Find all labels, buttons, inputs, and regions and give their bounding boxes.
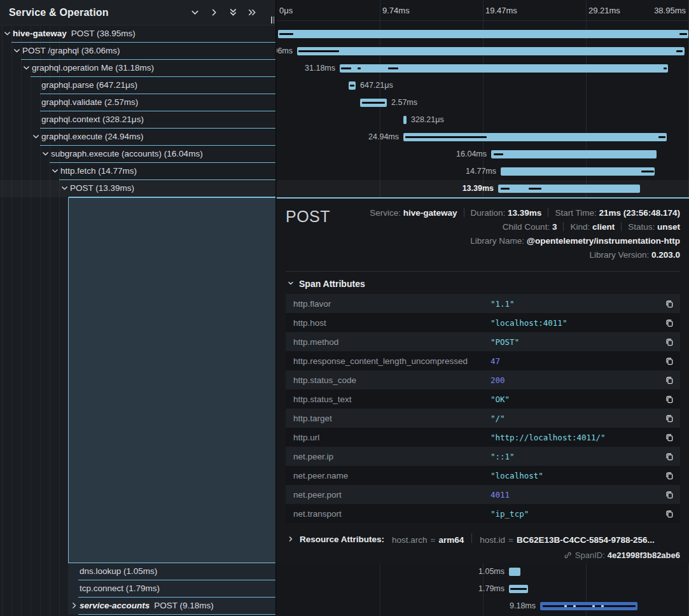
equals-sign: = bbox=[431, 535, 436, 545]
attribute-value: 200 bbox=[491, 375, 658, 385]
attribute-value: "ip_tcp" bbox=[491, 509, 658, 519]
chevron-down-icon[interactable] bbox=[3, 29, 12, 38]
chevron-right-icon[interactable] bbox=[70, 601, 79, 610]
attribute-key: http.status_code bbox=[293, 375, 491, 385]
span-bar[interactable] bbox=[501, 167, 655, 176]
span-label: graphql.context (328.21μs) bbox=[41, 111, 144, 128]
trace-viewer: Service & Operation hive-gatewayPOST (38… bbox=[0, 0, 689, 616]
span-bar-row[interactable]: 1.79ms bbox=[277, 580, 689, 598]
copy-button[interactable] bbox=[658, 489, 680, 500]
span-id-row: SpanID:4e21998f3b82abe6 bbox=[286, 550, 680, 560]
overview-field-value: hive-gateway bbox=[403, 208, 457, 218]
copy-button[interactable] bbox=[658, 508, 680, 519]
span-bar-row[interactable]: 36.06ms bbox=[277, 43, 689, 60]
span-bar[interactable] bbox=[509, 568, 520, 576]
span-row[interactable]: POST /graphql (36.06ms) bbox=[0, 43, 276, 60]
span-bar[interactable] bbox=[491, 150, 657, 158]
span-overview-line: Library Version: 0.203.0 bbox=[286, 248, 680, 262]
chevron-down-icon[interactable] bbox=[60, 184, 69, 193]
span-duration-label: 24.94ms bbox=[368, 129, 399, 146]
span-bar-row[interactable]: 647.21μs bbox=[277, 77, 689, 94]
attribute-row: http.url"http://localhost:4011/" bbox=[286, 428, 680, 447]
span-attributes-toggle[interactable]: Span Attributes bbox=[287, 279, 680, 289]
copy-button[interactable] bbox=[658, 470, 680, 480]
copy-button[interactable] bbox=[658, 318, 680, 328]
span-bar-row[interactable]: 16.04ms bbox=[277, 146, 689, 163]
attribute-value: "OK" bbox=[491, 395, 658, 404]
span-bar-row[interactable]: 328.21μs bbox=[277, 111, 689, 129]
span-row[interactable]: http.fetch (14.77ms) bbox=[0, 163, 276, 180]
double-chevron-down-icon[interactable] bbox=[228, 7, 239, 18]
double-chevron-right-icon[interactable] bbox=[247, 7, 258, 18]
copy-button[interactable] bbox=[658, 337, 680, 347]
copy-button[interactable] bbox=[658, 375, 680, 385]
span-bar-row[interactable]: 13.39ms bbox=[277, 180, 689, 197]
span-bar-row[interactable]: 24.94ms bbox=[277, 129, 689, 146]
panel-resize-grip[interactable] bbox=[271, 17, 274, 24]
span-row[interactable]: graphql.operation Me (31.18ms) bbox=[0, 60, 276, 77]
copy-button[interactable] bbox=[658, 298, 680, 309]
chevron-right-icon bbox=[287, 535, 295, 543]
span-row[interactable]: graphql.validate (2.57ms) bbox=[0, 94, 276, 111]
span-duration-label: 14.77ms bbox=[466, 163, 496, 180]
attribute-row: http.target"/" bbox=[286, 409, 680, 428]
span-overview-line: Library Name: @opentelemetry/instrumenta… bbox=[286, 234, 680, 248]
chevron-down-icon[interactable] bbox=[32, 132, 41, 141]
child-span-marker bbox=[564, 605, 567, 607]
span-row[interactable]: tcp.connect (1.79ms) bbox=[0, 580, 276, 598]
span-row[interactable]: service-accountsPOST (9.18ms) bbox=[0, 598, 276, 615]
attribute-value: "http://localhost:4011/" bbox=[491, 433, 658, 442]
span-row[interactable]: subgraph.execute (accounts) (16.04ms) bbox=[0, 146, 276, 163]
child-span-marker bbox=[279, 33, 293, 35]
span-id-value: 4e21998f3b82abe6 bbox=[608, 550, 680, 560]
span-detail-header: POST Service: hive-gatewayDuration: 13.3… bbox=[286, 199, 680, 262]
span-row[interactable]: hive-gatewayPOST (38.95ms) bbox=[0, 25, 276, 43]
span-bar-row[interactable] bbox=[277, 25, 689, 43]
span-label: http.fetch (14.77ms) bbox=[60, 163, 137, 179]
span-bar-row[interactable]: 31.18ms bbox=[277, 60, 689, 77]
chevron-right-icon[interactable] bbox=[209, 7, 219, 18]
span-duration-label: 1.79ms bbox=[478, 580, 505, 598]
span-label: graphql.parse (647.21μs) bbox=[41, 77, 137, 94]
span-row[interactable]: dns.lookup (1.05ms) bbox=[0, 563, 276, 580]
span-row-underline bbox=[78, 614, 276, 615]
span-bar[interactable] bbox=[278, 30, 688, 38]
span-row[interactable]: graphql.parse (647.21μs) bbox=[0, 77, 276, 94]
child-span-marker bbox=[664, 67, 667, 69]
selected-span-expansion bbox=[68, 197, 276, 563]
chevron-down-icon[interactable] bbox=[13, 46, 22, 55]
span-bar-row[interactable]: 2.57ms bbox=[277, 94, 689, 111]
copy-button[interactable] bbox=[658, 394, 680, 404]
attribute-key: net.peer.port bbox=[293, 490, 491, 500]
span-bar-row[interactable]: 9.18ms bbox=[277, 598, 689, 615]
span-overview: Service: hive-gatewayDuration: 13.39msSt… bbox=[286, 206, 680, 262]
child-span-marker bbox=[641, 171, 654, 172]
span-duration-label: 36.06ms bbox=[277, 43, 293, 60]
span-bar[interactable] bbox=[297, 47, 685, 55]
span-duration-label: 328.21μs bbox=[411, 111, 444, 129]
span-row[interactable]: POST (13.39ms) bbox=[0, 180, 276, 197]
copy-button[interactable] bbox=[658, 413, 680, 423]
copy-button[interactable] bbox=[658, 451, 680, 461]
chevron-down-icon[interactable] bbox=[41, 150, 50, 158]
copy-button[interactable] bbox=[658, 356, 680, 366]
overview-field-label: Start Time: bbox=[555, 208, 599, 218]
span-bar[interactable] bbox=[498, 185, 640, 193]
attribute-row: net.transport"ip_tcp" bbox=[286, 504, 680, 523]
attribute-row: net.peer.ip"::1" bbox=[286, 447, 680, 466]
span-row[interactable]: graphql.context (328.21μs) bbox=[0, 111, 276, 129]
chevron-down-icon[interactable] bbox=[190, 7, 200, 18]
attribute-key: net.peer.ip bbox=[293, 452, 491, 461]
link-icon[interactable] bbox=[564, 550, 575, 560]
attribute-key: http.status_text bbox=[293, 395, 491, 404]
chevron-down-icon[interactable] bbox=[22, 64, 31, 73]
span-bar-row[interactable]: 1.05ms bbox=[277, 563, 689, 580]
service-name: hive-gateway bbox=[13, 29, 67, 38]
span-bar-row[interactable]: 14.77ms bbox=[277, 163, 689, 180]
resource-attributes-row[interactable]: Resource Attributes: host.arch=arm64host… bbox=[286, 533, 680, 545]
axis-tick-label: 19.47ms bbox=[485, 0, 517, 21]
chevron-down-icon[interactable] bbox=[51, 167, 60, 176]
span-row[interactable]: graphql.execute (24.94ms) bbox=[0, 129, 276, 146]
copy-button[interactable] bbox=[658, 432, 680, 442]
span-bar[interactable] bbox=[403, 116, 407, 124]
